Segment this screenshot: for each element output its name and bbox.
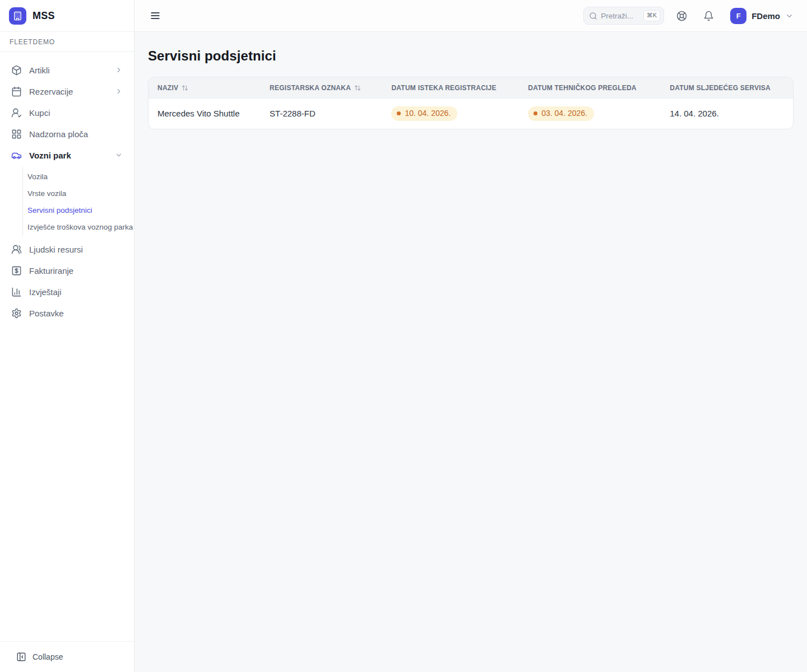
- column-header-datum-sljedeceg-servisa: DATUM SLJEDEĆEG SERVISA: [661, 77, 793, 99]
- vozni-park-submenu: Vozila Vrste vozila Servisni podsjetnici…: [22, 167, 134, 236]
- sort-icon: [182, 85, 188, 91]
- sidebar-subitem-vrste-vozila[interactable]: Vrste vozila: [23, 185, 134, 202]
- search-shortcut-badge: ⌘K: [643, 10, 660, 21]
- help-button[interactable]: [672, 6, 691, 25]
- sidebar-item-fakturiranje[interactable]: Fakturiranje: [0, 260, 134, 281]
- sidebar-item-ljudski-resursi[interactable]: Ljudski resursi: [0, 239, 134, 260]
- cell-naziv: Mercedes Vito Shuttle: [149, 99, 261, 129]
- search-input[interactable]: [601, 12, 640, 20]
- column-header-datum-tehnickog-pregleda: DATUM TEHNIČKOG PREGLEDA: [519, 77, 661, 99]
- app-root: MSS FLEETDEMO Artikli Rezervacije: [0, 0, 807, 672]
- column-label: DATUM TEHNIČKOG PREGLEDA: [528, 84, 637, 92]
- user-menu[interactable]: F FDemo: [730, 8, 794, 24]
- app-logo[interactable]: [9, 7, 26, 25]
- column-header-naziv[interactable]: NAZIV: [149, 77, 261, 99]
- sidebar-item-label: Vozni park: [29, 151, 108, 160]
- sidebar-subitem-izvjesce-troskova[interactable]: Izvješće troškova voznog parka: [23, 218, 134, 235]
- badge-label: 10. 04. 2026.: [405, 109, 451, 119]
- submenu-item-label: Servisni podsjetnici: [27, 206, 92, 214]
- sidebar-item-vozni-park[interactable]: Vozni park: [0, 144, 134, 166]
- column-header-registarska-oznaka[interactable]: REGISTARSKA OZNAKA: [261, 77, 382, 99]
- status-badge: 10. 04. 2026.: [391, 106, 457, 121]
- notifications-button[interactable]: [699, 6, 718, 25]
- sidebar-subitem-servisni-podsjetnici[interactable]: Servisni podsjetnici: [23, 202, 134, 218]
- sidebar-item-nadzorna-ploca[interactable]: Nadzorna ploča: [0, 123, 134, 144]
- table-row[interactable]: Mercedes Vito Shuttle ST-2288-FD 10. 04.…: [149, 99, 793, 129]
- warning-dot-icon: [534, 111, 537, 115]
- submenu-item-label: Vozila: [27, 172, 48, 181]
- sidebar-nav: Artikli Rezervacije Kupci: [0, 52, 134, 641]
- collapse-button[interactable]: Collapse: [0, 641, 134, 672]
- billing-icon: [11, 265, 22, 276]
- topbar: ⌘K F FDemo: [134, 0, 807, 32]
- sidebar-item-kupci[interactable]: Kupci: [0, 102, 134, 123]
- sidebar-item-label: Kupci: [29, 108, 123, 118]
- cell-datum-sljedeceg-servisa: 14. 04. 2026.: [661, 99, 793, 129]
- main-column: ⌘K F FDemo: [134, 0, 807, 672]
- sidebar-item-izvjestaji[interactable]: Izvještaji: [0, 281, 134, 302]
- cell-registarska-oznaka: ST-2288-FD: [261, 99, 382, 129]
- status-badge: 03. 04. 2026.: [528, 106, 594, 121]
- user-check-icon: [11, 108, 22, 118]
- sidebar-header: MSS: [0, 0, 134, 32]
- hamburger-menu-button[interactable]: [149, 9, 162, 22]
- chevron-down-icon: [785, 12, 794, 20]
- column-header-datum-isteka-registracije: DATUM ISTEKA REGISTRACIJE: [382, 77, 519, 99]
- sidebar-item-postavke[interactable]: Postavke: [0, 302, 134, 324]
- sidebar-item-label: Artikli: [29, 66, 108, 75]
- topbar-actions: ⌘K F FDemo: [583, 6, 794, 25]
- sidebar-item-label: Rezervacije: [29, 87, 108, 96]
- badge-label: 03. 04. 2026.: [541, 109, 587, 119]
- sort-icon: [354, 85, 361, 91]
- calendar-icon: [11, 86, 22, 97]
- reminders-table-card: NAZIV REGISTARSKA OZNAKA DATUM ISTEKA RE…: [148, 77, 794, 129]
- global-search[interactable]: ⌘K: [583, 7, 664, 25]
- next-service-date: 14. 04. 2026.: [670, 109, 719, 118]
- sidebar: MSS FLEETDEMO Artikli Rezervacije: [0, 0, 134, 672]
- bar-chart-icon: [11, 287, 22, 297]
- sidebar-subitem-vozila[interactable]: Vozila: [23, 168, 134, 185]
- building-icon: [13, 11, 22, 21]
- sidebar-item-artikli[interactable]: Artikli: [0, 59, 134, 81]
- sidebar-item-label: Ljudski resursi: [29, 245, 123, 254]
- car-icon: [11, 150, 22, 161]
- package-icon: [11, 65, 22, 76]
- chevron-right-icon: [115, 66, 123, 74]
- cell-datum-isteka-registracije: 10. 04. 2026.: [382, 99, 519, 129]
- warning-dot-icon: [397, 111, 401, 115]
- submenu-item-label: Izvješće troškova voznog parka: [27, 223, 133, 231]
- gear-icon: [11, 308, 22, 319]
- table-header-row: NAZIV REGISTARSKA OZNAKA DATUM ISTEKA RE…: [149, 77, 793, 99]
- sidebar-item-label: Nadzorna ploča: [29, 129, 123, 139]
- page-title: Servisni podsjetnici: [148, 48, 794, 64]
- vehicle-name: Mercedes Vito Shuttle: [157, 109, 239, 118]
- cell-datum-tehnickog-pregleda: 03. 04. 2026.: [519, 99, 661, 129]
- column-label: DATUM SLJEDEĆEG SERVISA: [670, 84, 771, 92]
- sidebar-item-label: Izvještaji: [29, 287, 123, 297]
- license-plate: ST-2288-FD: [270, 109, 316, 118]
- collapse-label: Collapse: [33, 652, 63, 661]
- avatar: F: [730, 8, 746, 24]
- workspace-label: FLEETDEMO: [0, 32, 134, 52]
- submenu-item-label: Vrste vozila: [27, 189, 66, 198]
- sidebar-item-label: Postavke: [29, 309, 123, 318]
- brand-name: MSS: [33, 10, 55, 22]
- hamburger-icon: [150, 10, 161, 21]
- reminders-table: NAZIV REGISTARSKA OZNAKA DATUM ISTEKA RE…: [149, 77, 793, 129]
- column-label: DATUM ISTEKA REGISTRACIJE: [391, 84, 496, 92]
- sidebar-item-label: Fakturiranje: [29, 266, 123, 276]
- column-label: REGISTARSKA OZNAKA: [270, 84, 351, 92]
- users-icon: [11, 244, 22, 255]
- search-icon: [589, 12, 597, 20]
- content-area: Servisni podsjetnici NAZIV REGISTARSKA O…: [134, 32, 807, 672]
- user-name: FDemo: [752, 11, 780, 21]
- panel-collapse-icon: [16, 652, 26, 662]
- bell-icon: [703, 11, 714, 21]
- lifebuoy-icon: [676, 11, 687, 21]
- column-label: NAZIV: [157, 84, 178, 92]
- sidebar-item-rezervacije[interactable]: Rezervacije: [0, 81, 134, 102]
- chevron-down-icon: [115, 151, 123, 159]
- chevron-right-icon: [115, 87, 123, 95]
- dashboard-icon: [11, 129, 22, 139]
